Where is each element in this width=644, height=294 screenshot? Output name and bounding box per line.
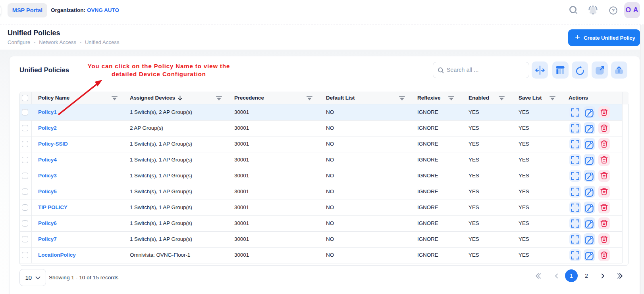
svg-text:?: ? — [612, 8, 615, 13]
